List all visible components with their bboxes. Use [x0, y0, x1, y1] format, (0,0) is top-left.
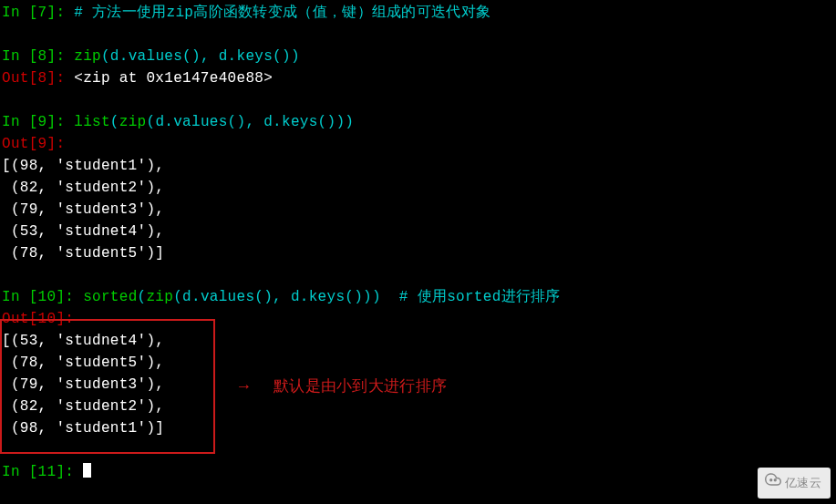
- output-row: [(98, 'student1'),: [0, 155, 836, 177]
- out-sep: :: [56, 136, 65, 152]
- cloud-icon: [765, 471, 781, 495]
- cell-8-input: In [8]: zip(d.values(), d.keys()): [0, 46, 836, 67]
- output-row: (82, 'student2'),: [0, 396, 836, 417]
- code-paren: (: [110, 114, 119, 130]
- in-number: [11]: [29, 464, 66, 480]
- out-sep: :: [65, 311, 74, 327]
- output-row: (78, 'student5')]: [0, 242, 836, 264]
- code-func-zip: zip: [119, 114, 147, 130]
- blank: [0, 89, 836, 111]
- prompt-sep: :: [56, 70, 74, 87]
- cursor-icon: [83, 463, 91, 478]
- watermark: 亿速云: [758, 468, 831, 499]
- cell-7-input: In [7]: # 方法一使用zip高阶函数转变成（值，键）组成的可迭代对象: [0, 2, 836, 24]
- in-number: [8]: [29, 48, 57, 65]
- in-number: [7]: [29, 5, 57, 21]
- in-label: In: [2, 5, 29, 21]
- prompt-sep: :: [65, 289, 83, 305]
- out-number: [8]: [29, 70, 57, 87]
- output-row: (53, 'studnet4'),: [0, 221, 836, 242]
- out-label: Out: [2, 136, 29, 152]
- watermark-text: 亿速云: [785, 472, 821, 494]
- blank: [0, 439, 836, 461]
- in-label: In: [2, 464, 29, 480]
- out-number: [9]: [29, 136, 57, 152]
- prompt-sep: :: [56, 114, 74, 130]
- output-row: (78, 'student5'),: [0, 352, 836, 374]
- code-paren: (: [138, 289, 147, 305]
- comment: # 方法一使用zip高阶函数转变成（值，键）组成的可迭代对象: [74, 5, 490, 21]
- out-label: Out: [2, 70, 29, 87]
- in-label: In: [2, 114, 29, 130]
- prompt-sep: :: [56, 5, 74, 21]
- cell-10-out-label: Out[10]:: [0, 308, 836, 330]
- svg-point-0: [770, 479, 772, 481]
- output-row: (82, 'student2'),: [0, 177, 836, 199]
- in-label: In: [2, 48, 29, 65]
- annotation-text: 默认是由小到大进行排序: [274, 375, 447, 397]
- out-label: Out: [2, 311, 29, 327]
- cell-8-output: Out[8]: <zip at 0x1e147e40e88>: [0, 67, 836, 89]
- prompt-sep: :: [65, 464, 83, 480]
- output-row: (98, 'student1')]: [0, 417, 836, 439]
- comment: # 使用sorted进行排序: [399, 289, 561, 305]
- code-func: zip: [74, 48, 101, 65]
- blank: [0, 24, 836, 46]
- code-rest: (d.values(), d.keys())): [173, 289, 399, 305]
- in-label: In: [2, 289, 29, 305]
- code-rest: (d.values(), d.keys()): [101, 48, 300, 65]
- out-number: [10]: [29, 311, 66, 327]
- in-number: [10]: [29, 289, 66, 305]
- blank: [0, 264, 836, 286]
- code-func-zip: zip: [146, 289, 173, 305]
- output-row: [(53, 'studnet4'),: [0, 330, 836, 352]
- output-value: <zip at 0x1e147e40e88>: [74, 70, 273, 87]
- cell-9-out-label: Out[9]:: [0, 133, 836, 155]
- code-rest: (d.values(), d.keys())): [146, 114, 354, 130]
- output-row: (79, 'student3'),: [0, 199, 836, 221]
- prompt-sep: :: [56, 48, 74, 65]
- svg-point-1: [774, 479, 776, 481]
- cell-11-input[interactable]: In [11]:: [0, 461, 836, 483]
- in-number: [9]: [29, 114, 57, 130]
- code-func-sorted: sorted: [83, 289, 137, 305]
- code-func-list: list: [74, 114, 110, 130]
- cell-9-input: In [9]: list(zip(d.values(), d.keys())): [0, 111, 836, 133]
- arrow-icon: →: [239, 375, 249, 397]
- cell-10-input: In [10]: sorted(zip(d.values(), d.keys()…: [0, 286, 836, 308]
